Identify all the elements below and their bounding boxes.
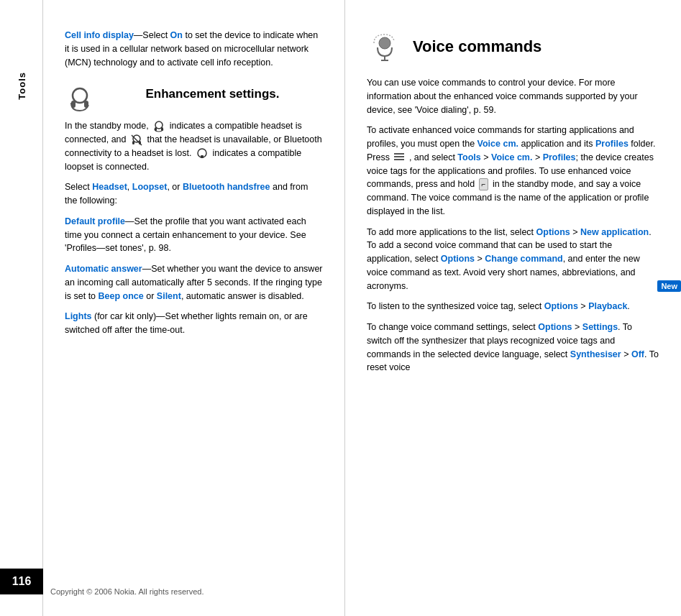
new-badge: New xyxy=(657,280,681,292)
enhancement-para1: In the standby mode, indicates a compati… xyxy=(65,119,323,173)
enhancement-title: Enhancement settings. xyxy=(102,87,323,101)
voice-commands-icon xyxy=(367,29,403,65)
voice-commands-header: Voice commands xyxy=(367,29,659,65)
svg-rect-7 xyxy=(132,141,134,144)
voice-para1: You can use voice commands to control yo… xyxy=(367,76,659,116)
voice-para5: To change voice command settings, select… xyxy=(367,321,659,374)
loopset-icon xyxy=(196,147,209,160)
sidebar: Tools 116 xyxy=(0,0,43,616)
svg-rect-11 xyxy=(201,155,204,158)
svg-point-12 xyxy=(379,37,390,49)
cell-info-term: Cell info display xyxy=(65,30,134,40)
headset-connected-icon xyxy=(152,120,165,133)
svg-rect-17 xyxy=(394,159,404,160)
page-number: 116 xyxy=(12,575,32,588)
cell-info-paragraph: Cell info display—Select On to set the d… xyxy=(65,29,323,69)
hold-key-symbol: ⌐ xyxy=(479,178,489,190)
voice-para4: To listen to the synthesized voice tag, … xyxy=(367,300,659,313)
sidebar-label: Tools xyxy=(16,72,27,100)
automatic-answer-item: Automatic answer—Set whether you want th… xyxy=(65,262,323,303)
voice-para2: To activate enhanced voice commands for … xyxy=(367,124,659,218)
left-column: Cell info display—Select On to set the d… xyxy=(43,0,345,616)
lights-item: Lights (for car kit only)—Set whether li… xyxy=(65,310,323,337)
cell-info-connector: —Select xyxy=(134,30,170,40)
default-profile-item: Default profile—Set the profile that you… xyxy=(65,215,323,255)
svg-rect-15 xyxy=(394,153,404,155)
enhancement-section: Enhancement settings. In the standby mod… xyxy=(65,83,323,344)
headset-unavailable-icon xyxy=(130,134,143,147)
svg-rect-16 xyxy=(394,156,404,157)
right-column: Voice commands You can use voice command… xyxy=(345,0,681,616)
cell-info-on: On xyxy=(170,30,183,40)
svg-point-0 xyxy=(73,88,87,103)
voice-para3: To add more applications to the list, se… xyxy=(367,226,659,293)
main-content: Cell info display—Select On to set the d… xyxy=(43,0,681,616)
select-line: Select Headset, Loopset, or Bluetooth ha… xyxy=(65,180,323,208)
menu-icon-inline xyxy=(393,152,405,163)
copyright-notice: Copyright © 2006 Nokia. All rights reser… xyxy=(50,587,204,596)
page-number-box: 116 xyxy=(0,569,43,594)
voice-commands-title: Voice commands xyxy=(413,37,541,56)
headset-icon xyxy=(65,83,95,114)
